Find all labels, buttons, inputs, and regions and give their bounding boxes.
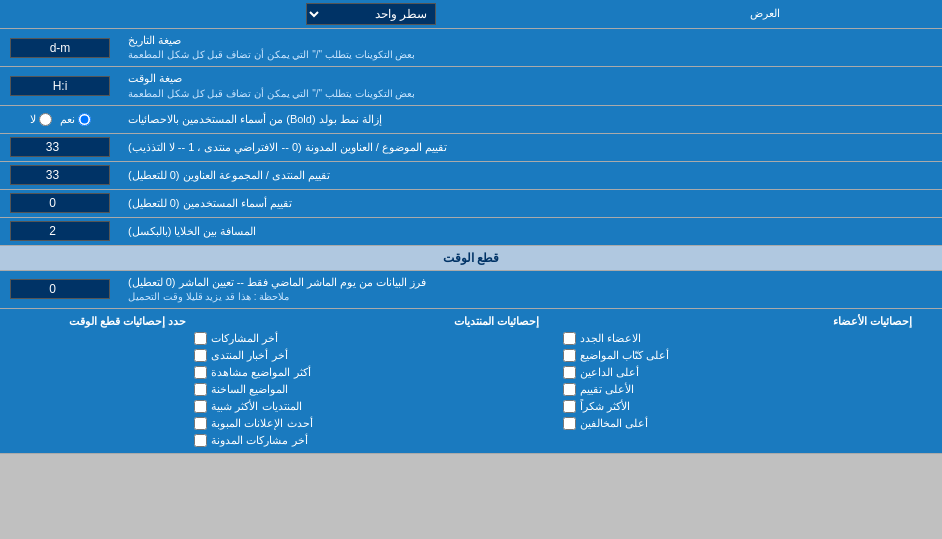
radio-yes-label[interactable]: نعم bbox=[60, 113, 91, 126]
cutoff-input-cell bbox=[0, 271, 120, 308]
checkbox-most-similar-forums-input[interactable] bbox=[194, 400, 207, 413]
date-format-row: صيغة التاريخ بعض التكوينات يتطلب "/" الت… bbox=[0, 29, 942, 67]
checkboxes-section: إحصائيات الأعضاء إحصائيات المنتديات حدد … bbox=[0, 309, 942, 454]
date-format-label: صيغة التاريخ بعض التكوينات يتطلب "/" الت… bbox=[120, 29, 942, 66]
username-title-input-cell bbox=[0, 190, 120, 217]
username-title-row: تقييم أسماء المستخدمين (0 للتعطيل) bbox=[0, 190, 942, 218]
checkboxes-headers: إحصائيات الأعضاء إحصائيات المنتديات حدد … bbox=[10, 315, 932, 328]
checkbox-most-thanks-input[interactable] bbox=[563, 400, 576, 413]
checkbox-blog-posts[interactable]: أخر مشاركات المدونة bbox=[194, 434, 563, 447]
radio-no[interactable] bbox=[39, 113, 52, 126]
cutoff-label: فرز البيانات من يوم الماشر الماضي فقط --… bbox=[120, 271, 942, 308]
checkbox-highest-rated[interactable]: الأعلى تقييم bbox=[563, 383, 932, 396]
cutoff-row: فرز البيانات من يوم الماشر الماضي فقط --… bbox=[0, 271, 942, 309]
forum-title-input[interactable] bbox=[10, 165, 110, 185]
checkbox-blog-posts-input[interactable] bbox=[194, 434, 207, 447]
checkbox-new-members-input[interactable] bbox=[563, 332, 576, 345]
time-format-input[interactable]: H:i bbox=[10, 76, 110, 96]
subject-title-label: تقييم الموضوع / العناوين المدونة (0 -- ا… bbox=[120, 134, 942, 161]
display-mode-label: العرض bbox=[742, 0, 942, 28]
checkbox-top-callers-input[interactable] bbox=[563, 366, 576, 379]
checkbox-forum-news-input[interactable] bbox=[194, 349, 207, 362]
forum-title-input-cell bbox=[0, 162, 120, 189]
forum-title-row: تقييم المنتدى / المجموعة العناوين (0 للت… bbox=[0, 162, 942, 190]
bold-usernames-radio-cell: نعم لا bbox=[0, 106, 120, 133]
checkbox-most-viewed-input[interactable] bbox=[194, 366, 207, 379]
checkbox-most-viewed[interactable]: أكثر المواضيع مشاهدة bbox=[194, 366, 563, 379]
checkboxes-grid: الاعضاء الجدد أعلى كتّاب المواضيع أعلى ا… bbox=[10, 332, 932, 447]
time-format-label: صيغة الوقت بعض التكوينات يتطلب "/" التي … bbox=[120, 67, 942, 104]
space-between-label: المسافة بين الخلايا (بالبكسل) bbox=[120, 218, 942, 245]
checkbox-new-members[interactable]: الاعضاء الجدد bbox=[563, 332, 932, 345]
bold-usernames-label: إزالة نمط بولد (Bold) من أسماء المستخدمي… bbox=[120, 106, 942, 133]
checkbox-latest-classifieds[interactable]: أحدث الإعلانات المبوبة bbox=[194, 417, 563, 430]
checkbox-latest-classifieds-input[interactable] bbox=[194, 417, 207, 430]
space-between-input-cell bbox=[0, 218, 120, 245]
radio-no-label[interactable]: لا bbox=[30, 113, 52, 126]
col2-header: إحصائيات المنتديات bbox=[186, 315, 559, 328]
col3-header: إحصائيات الأعضاء bbox=[559, 315, 932, 328]
checkbox-hot-topics-input[interactable] bbox=[194, 383, 207, 396]
checkbox-top-violators-input[interactable] bbox=[563, 417, 576, 430]
checkbox-top-callers[interactable]: أعلى الداعين bbox=[563, 366, 932, 379]
cutoff-input[interactable] bbox=[10, 279, 110, 299]
display-mode-input-cell: سطر واحد عدة أسطر bbox=[0, 0, 742, 28]
checkbox-top-topics-writers-input[interactable] bbox=[563, 349, 576, 362]
cutoff-section-header: قطع الوقت bbox=[0, 246, 942, 271]
time-format-input-cell: H:i bbox=[0, 67, 120, 104]
checkbox-most-thanks[interactable]: الأكثر شكراً bbox=[563, 400, 932, 413]
subject-title-input[interactable] bbox=[10, 137, 110, 157]
subject-title-row: تقييم الموضوع / العناوين المدونة (0 -- ا… bbox=[0, 134, 942, 162]
main-container: العرض سطر واحد عدة أسطر صيغة التاريخ بعض… bbox=[0, 0, 942, 454]
checkbox-latest-posts[interactable]: أخر المشاركات bbox=[194, 332, 563, 345]
checkbox-top-violators[interactable]: أعلى المخالفين bbox=[563, 417, 932, 430]
checkboxes-col3 bbox=[10, 332, 194, 447]
display-mode-select[interactable]: سطر واحد عدة أسطر bbox=[306, 3, 436, 25]
radio-yes[interactable] bbox=[78, 113, 91, 126]
display-mode-row: العرض سطر واحد عدة أسطر bbox=[0, 0, 942, 29]
checkbox-most-similar-forums[interactable]: المنتديات الأكثر شبية bbox=[194, 400, 563, 413]
space-between-input[interactable] bbox=[10, 221, 110, 241]
forum-title-label: تقييم المنتدى / المجموعة العناوين (0 للت… bbox=[120, 162, 942, 189]
checkbox-forum-news[interactable]: أخر أخبار المنتدى bbox=[194, 349, 563, 362]
checkboxes-col2: أخر المشاركات أخر أخبار المنتدى أكثر الم… bbox=[194, 332, 563, 447]
checkbox-highest-rated-input[interactable] bbox=[563, 383, 576, 396]
space-between-row: المسافة بين الخلايا (بالبكسل) bbox=[0, 218, 942, 246]
checkbox-hot-topics[interactable]: المواضيع الساخنة bbox=[194, 383, 563, 396]
stats-limit-label: حدد إحصائيات قطع الوقت bbox=[10, 315, 186, 328]
bold-usernames-row: إزالة نمط بولد (Bold) من أسماء المستخدمي… bbox=[0, 106, 942, 134]
checkbox-top-topics-writers[interactable]: أعلى كتّاب المواضيع bbox=[563, 349, 932, 362]
time-format-row: صيغة الوقت بعض التكوينات يتطلب "/" التي … bbox=[0, 67, 942, 105]
date-format-input[interactable]: d-m bbox=[10, 38, 110, 58]
date-format-input-cell: d-m bbox=[0, 29, 120, 66]
username-title-input[interactable] bbox=[10, 193, 110, 213]
subject-title-input-cell bbox=[0, 134, 120, 161]
checkbox-latest-posts-input[interactable] bbox=[194, 332, 207, 345]
checkboxes-col1: الاعضاء الجدد أعلى كتّاب المواضيع أعلى ا… bbox=[563, 332, 932, 447]
username-title-label: تقييم أسماء المستخدمين (0 للتعطيل) bbox=[120, 190, 942, 217]
